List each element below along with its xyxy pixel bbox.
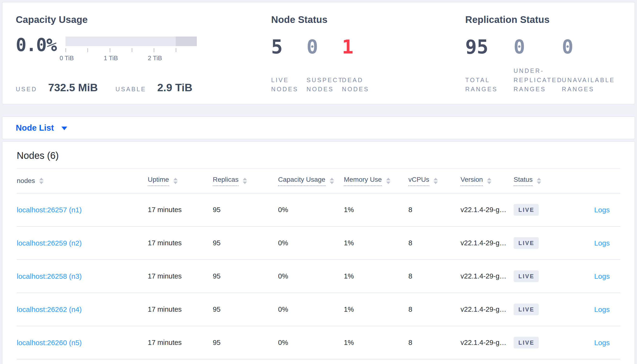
view-selector-bar: Node List [2, 116, 635, 139]
sort-icon [487, 178, 491, 184]
suspect-nodes-label: SUSPECT NODES [306, 76, 342, 94]
status-badge: LIVE [514, 304, 539, 315]
memory-use-cell: 1% [344, 339, 408, 346]
unavailable-ranges-label: UNAVAILABLE RANGES [562, 76, 621, 94]
capacity-usage-section: Capacity Usage 0.0% 0 TiB 1 TiB [16, 14, 271, 94]
vcpus-cell: 8 [408, 306, 461, 313]
column-header-vcpus[interactable]: vCPUs [408, 176, 461, 186]
memory-use-cell: 1% [344, 272, 408, 280]
replication-status-section: Replication Status 95 0 0 TOTAL RANGES U… [465, 14, 621, 94]
live-nodes-count: 5 [271, 38, 306, 56]
axis-label: 0 TiB [60, 54, 74, 62]
uptime-cell: 17 minutes [148, 206, 213, 214]
memory-use-cell: 1% [344, 239, 408, 247]
capacity-usage-title: Capacity Usage [16, 14, 271, 25]
column-header-replicas[interactable]: Replicas [213, 176, 278, 186]
node-address-link[interactable]: localhost:26262 (n4) [17, 306, 82, 313]
uptime-cell: 17 minutes [148, 306, 213, 313]
node-address-link[interactable]: localhost:26259 (n2) [17, 239, 82, 247]
dead-nodes-label: DEAD NODES [342, 76, 377, 94]
logs-link[interactable]: Logs [594, 339, 610, 346]
version-cell: v22.1.4-29-g… [461, 306, 514, 313]
capacity-gauge-ticks [66, 48, 197, 52]
column-header-capacity-usage[interactable]: Capacity Usage [278, 176, 344, 186]
version-cell: v22.1.4-29-g… [461, 239, 514, 247]
logs-link[interactable]: Logs [594, 272, 610, 280]
replicas-cell: 95 [213, 272, 278, 280]
status-badge: LIVE [514, 237, 539, 249]
logs-link[interactable]: Logs [594, 239, 610, 247]
sort-icon [434, 178, 438, 184]
capacity-usage-cell: 0% [278, 239, 344, 247]
under-replicated-ranges-count: 0 [514, 38, 562, 56]
sort-icon [173, 178, 178, 184]
unavailable-ranges-count: 0 [562, 38, 621, 56]
column-header-memory-use[interactable]: Memory Use [344, 176, 408, 186]
uptime-cell: 17 minutes [148, 272, 213, 280]
under-replicated-ranges-label: UNDER-REPLICATED RANGES [514, 66, 562, 94]
node-list-dropdown-label: Node List [16, 123, 54, 132]
column-header-status[interactable]: Status [514, 176, 567, 186]
usable-label: USABLE [116, 86, 146, 93]
node-list-dropdown[interactable]: Node List [16, 123, 67, 132]
usable-value: 2.9 TiB [157, 82, 192, 94]
vcpus-cell: 8 [408, 206, 461, 214]
logs-link[interactable]: Logs [594, 206, 610, 214]
capacity-gauge-bar [66, 36, 197, 46]
capacity-gauge-segment [176, 36, 197, 46]
table-row: localhost:26258 (n3) 17 minutes 95 0% 1%… [17, 260, 620, 293]
capacity-usage-cell: 0% [278, 339, 344, 346]
axis-label: 2 TiB [148, 54, 162, 62]
status-badge: LIVE [514, 204, 539, 216]
sort-icon [39, 178, 44, 184]
table-row: localhost:26262 (n4) 17 minutes 95 0% 1%… [17, 293, 620, 326]
column-header-nodes[interactable]: nodes [17, 177, 148, 185]
memory-use-cell: 1% [344, 206, 408, 214]
table-header-row: nodes Uptime Replicas Capacity Usage Mem… [17, 168, 620, 194]
table-row: localhost:26260 (n5) 17 minutes 95 0% 1%… [17, 326, 620, 360]
capacity-usage-cell: 0% [278, 272, 344, 280]
capacity-usage-cell: 0% [278, 306, 344, 313]
sort-icon [537, 178, 541, 184]
capacity-percent-value: 0.0% [16, 36, 57, 62]
used-value: 732.5 MiB [48, 82, 98, 94]
suspect-nodes-count: 0 [306, 38, 342, 56]
sort-icon [330, 178, 334, 184]
replicas-cell: 95 [213, 206, 278, 214]
chevron-down-icon [62, 126, 67, 130]
replicas-cell: 95 [213, 339, 278, 346]
version-cell: v22.1.4-29-g… [461, 206, 514, 214]
column-header-uptime[interactable]: Uptime [148, 176, 213, 186]
node-status-title: Node Status [271, 14, 465, 25]
status-badge: LIVE [514, 270, 539, 282]
sort-icon [386, 178, 391, 184]
replicas-cell: 95 [213, 239, 278, 247]
column-header-version[interactable]: Version [461, 176, 514, 186]
capacity-gauge: 0 TiB 1 TiB 2 TiB [66, 36, 197, 62]
capacity-gauge-axis: 0 TiB 1 TiB 2 TiB [66, 54, 197, 62]
node-address-link[interactable]: localhost:26257 (n1) [17, 206, 82, 214]
replication-status-title: Replication Status [465, 14, 621, 25]
node-address-link[interactable]: localhost:26258 (n3) [17, 272, 82, 280]
vcpus-cell: 8 [408, 272, 461, 280]
uptime-cell: 17 minutes [148, 339, 213, 346]
cluster-summary-panel: Capacity Usage 0.0% 0 TiB 1 TiB [2, 2, 635, 104]
uptime-cell: 17 minutes [148, 239, 213, 247]
vcpus-cell: 8 [408, 339, 461, 346]
used-label: USED [16, 86, 37, 93]
table-row: localhost:26257 (n1) 17 minutes 95 0% 1%… [17, 194, 620, 227]
dead-nodes-count: 1 [342, 38, 377, 56]
status-badge: LIVE [514, 337, 539, 348]
sort-icon [243, 178, 247, 184]
total-ranges-label: TOTAL RANGES [465, 76, 514, 94]
logs-link[interactable]: Logs [594, 306, 610, 313]
capacity-usage-cell: 0% [278, 206, 344, 214]
vcpus-cell: 8 [408, 239, 461, 247]
total-ranges-count: 95 [465, 38, 514, 56]
replicas-cell: 95 [213, 306, 278, 313]
nodes-panel: Nodes (6) nodes Uptime Replicas Capacity… [2, 141, 635, 364]
node-address-link[interactable]: localhost:26260 (n5) [17, 339, 82, 346]
version-cell: v22.1.4-29-g… [461, 339, 514, 346]
nodes-heading: Nodes (6) [17, 150, 620, 161]
memory-use-cell: 1% [344, 306, 408, 313]
